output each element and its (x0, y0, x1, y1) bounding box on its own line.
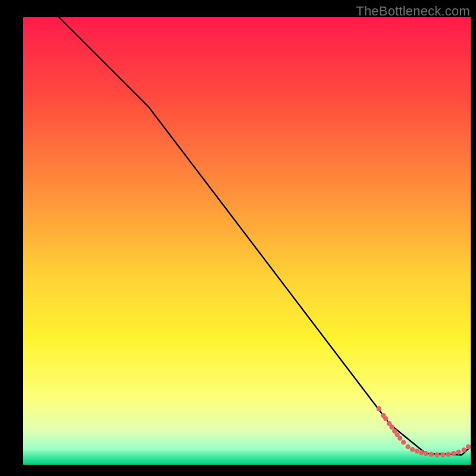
data-point (419, 450, 424, 455)
gradient-background (23, 17, 471, 465)
bottleneck-chart (23, 17, 471, 465)
data-point (424, 451, 428, 456)
chart-frame (23, 17, 471, 465)
data-point (456, 450, 461, 455)
data-point (397, 436, 402, 440)
data-point (406, 444, 411, 449)
data-point (410, 447, 415, 452)
data-point (434, 452, 439, 457)
data-point (462, 447, 466, 452)
data-point (440, 452, 445, 457)
data-point (377, 406, 381, 411)
data-point (451, 451, 456, 456)
data-point (446, 452, 450, 457)
data-point (415, 449, 419, 453)
data-point (389, 425, 394, 430)
data-point (429, 452, 434, 457)
data-point (383, 416, 388, 421)
data-point (401, 440, 406, 444)
